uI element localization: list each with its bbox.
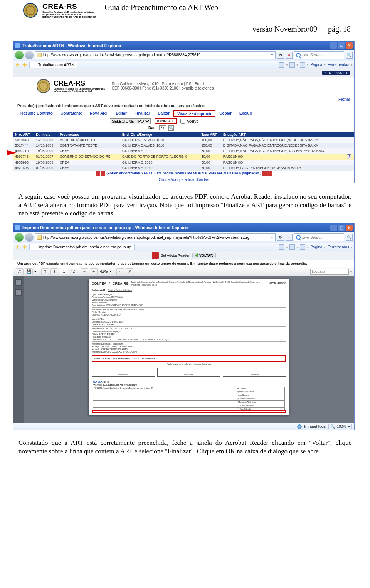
- find-input[interactable]: [310, 269, 349, 275]
- ie2-forward-button[interactable]: [25, 233, 34, 242]
- search-go-button[interactable]: 🔍: [346, 52, 353, 59]
- address-dropdown-icon[interactable]: ▼: [271, 53, 274, 57]
- table-row[interactable]: 499374601/01/2007GOVERNO DO ESTADO DO RS…: [13, 154, 354, 160]
- favorites-star-icon[interactable]: ★: [15, 62, 20, 68]
- ie2-add-favorite-icon[interactable]: ✚: [22, 244, 27, 250]
- menu-item-resumo-contrato[interactable]: Resumo Contrato: [17, 110, 57, 117]
- pdf-page-area[interactable]: CONFEA ✪ CREA-RS Registro de Contrato de…: [24, 276, 354, 423]
- ie2-stop-button[interactable]: ✕: [286, 234, 293, 241]
- screenshot-art-list: Trabalhar com ARTN - Windows Internet Ex…: [13, 41, 355, 183]
- fit-width-icon[interactable]: ↔: [116, 268, 124, 275]
- ie2-address-bar[interactable]: ▼: [35, 233, 276, 241]
- ie2-refresh-button[interactable]: ↻: [277, 234, 284, 241]
- page-last-icon[interactable]: [267, 171, 272, 176]
- feed-icon[interactable]: [289, 62, 295, 68]
- toolbar-ferramentas[interactable]: Ferramentas: [327, 63, 349, 67]
- menu-item-copiar[interactable]: Copiar: [215, 110, 235, 117]
- ie-titlebar: Trabalhar com ARTN - Windows Internet Ex…: [13, 41, 354, 50]
- menu-item-baixar[interactable]: Baixar: [154, 110, 173, 117]
- ie2-minimize-button[interactable]: _: [330, 225, 337, 231]
- menu-item-visualizar-imprimir[interactable]: Visualizar/Imprimir: [173, 110, 215, 117]
- cell-prop: CREA: [58, 148, 121, 154]
- minimize-button[interactable]: _: [330, 42, 337, 49]
- zoom-out-button[interactable]: −: [81, 268, 88, 275]
- page-number-input[interactable]: [60, 269, 68, 274]
- fit-page-icon[interactable]: ⤢: [126, 268, 133, 275]
- voltar-button[interactable]: VOLTAR: [192, 253, 216, 258]
- cell-dt: 19/08/2009: [34, 160, 58, 165]
- ie2-feed-icon[interactable]: [289, 244, 295, 250]
- toolbar-pagina[interactable]: Página: [310, 63, 322, 67]
- ie2-favorites-icon[interactable]: ★: [15, 244, 20, 250]
- bank-highlight[interactable]: BANRISUL: [155, 118, 177, 124]
- search-box[interactable]: Live Search: [294, 51, 344, 59]
- ie2-search-box[interactable]: Live Search: [294, 233, 344, 241]
- address-bar[interactable]: ▼: [35, 51, 276, 59]
- menu-item-nova-art[interactable]: Nova ART: [86, 110, 112, 117]
- info-icon[interactable]: i: [347, 154, 352, 159]
- tipo-select[interactable]: SELECIONE TIPO: [110, 118, 151, 124]
- zoom-indicator[interactable]: 🔍 100% ▾: [328, 424, 352, 429]
- stop-button[interactable]: ✕: [286, 52, 293, 59]
- ie2-search-go-button[interactable]: 🔍: [346, 234, 353, 241]
- table-row[interactable]: 501964314/10/2009PROPRIETÁRIO TESTEGUILH…: [13, 137, 354, 143]
- fechar-link[interactable]: Fechar: [13, 96, 354, 102]
- browser-tab[interactable]: Trabalhar com ARTN: [29, 62, 77, 68]
- search-icon: [296, 53, 301, 57]
- page-first-icon[interactable]: [96, 171, 100, 176]
- table-row[interactable]: 499771019/08/2009CREAGUILHERME, 030,00DI…: [13, 148, 354, 154]
- app-address1: Rua Guilherme Alves, 1010 | Porto Alegre…: [112, 82, 214, 86]
- ie2-close-button[interactable]: ✕: [346, 225, 353, 231]
- ie2-maximize-button[interactable]: ❐: [338, 225, 345, 231]
- ie2-back-button[interactable]: [15, 233, 24, 242]
- ie2-browser-tab[interactable]: Imprime Documentos pdf em janela e nao e…: [29, 244, 135, 250]
- refresh-button[interactable]: ↻: [277, 52, 284, 59]
- table-row[interactable]: 493599319/08/2009CREAGUILHERME, 101030,0…: [13, 160, 354, 165]
- acrobat-print-icon[interactable]: 🖨: [16, 268, 24, 275]
- acervo-checkbox[interactable]: Acervo: [180, 119, 198, 124]
- page-prev-icon[interactable]: [101, 171, 105, 176]
- ie2-app-icon: [15, 225, 20, 230]
- date-search-button[interactable]: 🔍: [168, 125, 174, 131]
- acervo-checkbox-input[interactable]: [180, 119, 185, 124]
- app-address2: CEP 90680-000 | Fone (51) 3320.2100 | e-…: [112, 86, 214, 90]
- menu-item-finalizar[interactable]: Finalizar: [131, 110, 154, 117]
- acrobat-next-page[interactable]: ⬇: [50, 268, 58, 275]
- ie2-address-dropdown-icon[interactable]: ▼: [271, 236, 274, 239]
- date-field[interactable]: / /: [159, 125, 166, 130]
- attachments-panel-icon[interactable]: [15, 289, 22, 296]
- table-row[interactable]: 492160507/08/2009CREAGUILHERME, 101070,0…: [13, 165, 354, 171]
- ie2-toolbar-ferramentas[interactable]: Ferramentas: [327, 245, 349, 249]
- app-logo: CREA-RS Conselho Regional de Engenharia,…: [37, 79, 105, 93]
- intranet-badge: • INTRANET: [322, 71, 350, 75]
- menu-item-contratante[interactable]: Contratante: [57, 110, 86, 117]
- forward-button[interactable]: [25, 51, 34, 59]
- ie2-url-input[interactable]: [43, 235, 269, 240]
- zoom-in-button[interactable]: +: [90, 268, 98, 275]
- ie-window-controls: _ ❐ ✕: [330, 42, 353, 49]
- table-row[interactable]: 501744414/10/2009CONTRATANTE TESTEGUILHE…: [13, 143, 354, 148]
- acrobat-prev-page[interactable]: ⬆: [41, 268, 49, 275]
- ie2-print-icon[interactable]: [300, 244, 305, 250]
- pages-panel-icon[interactable]: [15, 279, 22, 286]
- print-icon[interactable]: [300, 62, 305, 68]
- get-reader-link[interactable]: Get Adobe Reader: [152, 252, 189, 259]
- menu-item-excluir[interactable]: Excluir: [235, 110, 256, 117]
- help-link[interactable]: Clique Aqui para tirar dúvidas: [13, 176, 354, 183]
- cell-taxa: 150,00: [200, 143, 221, 148]
- add-favorite-icon[interactable]: ✚: [22, 62, 27, 68]
- close-button[interactable]: ✕: [346, 42, 353, 49]
- quitada-notice: Prezado(a) profissional: lembramos que a…: [13, 102, 354, 110]
- ie2-toolbar-pagina[interactable]: Página: [310, 245, 322, 249]
- url-input[interactable]: [43, 53, 269, 57]
- logo-sub3: INTEGRANDO PROFISSIONAIS E SOCIEDADE: [42, 16, 96, 19]
- pagination-note: (Foram encontradas 6 ARTs. Esta página m…: [13, 171, 354, 176]
- home-icon[interactable]: [279, 62, 284, 68]
- acrobat-save-icon[interactable]: 💾: [25, 268, 33, 275]
- page-next-icon[interactable]: [262, 171, 267, 176]
- back-button[interactable]: [15, 51, 24, 59]
- ie2-home-icon[interactable]: [279, 244, 284, 250]
- menu-item-editar[interactable]: Editar: [112, 110, 130, 117]
- maximize-button[interactable]: ❐: [338, 42, 345, 49]
- cell-prop: CREA: [58, 165, 121, 171]
